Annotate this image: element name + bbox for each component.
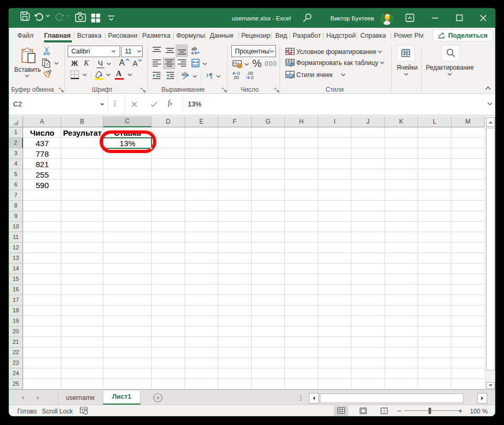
svg-text:,00: ,00 xyxy=(233,75,239,80)
svg-text:c: c xyxy=(191,50,194,55)
svg-text:¶: ¶ xyxy=(209,72,212,79)
svg-text:0: 0 xyxy=(251,75,254,80)
